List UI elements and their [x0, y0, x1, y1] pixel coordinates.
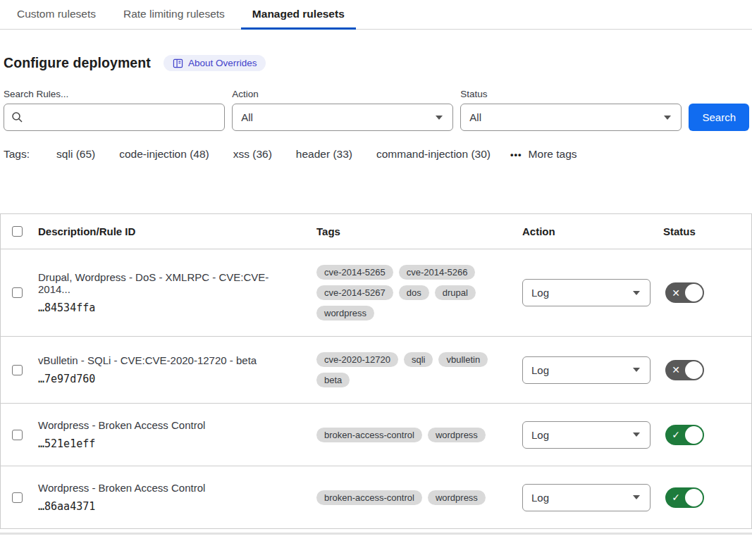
rule-id: …86aa4371	[38, 500, 297, 513]
ruleset-tabs: Custom rulesets Rate limiting rulesets M…	[0, 0, 752, 30]
chevron-down-icon	[633, 368, 640, 372]
row-action-value: Log	[531, 364, 549, 376]
toggle-knob	[685, 284, 703, 301]
rule-description: Wordpress - Broken Access Control	[38, 482, 297, 494]
row-action-value: Log	[531, 287, 549, 299]
ellipsis-icon: •••	[510, 149, 522, 160]
filters-row: Search Rules... Action All Status All Se…	[4, 89, 749, 131]
status-filter-select[interactable]: All	[460, 104, 682, 131]
row-action-select[interactable]: Log	[522, 484, 651, 511]
rule-description: Drupal, Wordpress - DoS - XMLRPC - CVE:C…	[38, 271, 297, 295]
tag-pill: cve-2014-5267	[316, 285, 393, 300]
tag-pill: wordpress	[428, 428, 486, 442]
clipped-next-row-edge	[0, 533, 752, 535]
tag-pill: dos	[399, 285, 429, 300]
search-field: Search Rules...	[4, 89, 225, 131]
tags-bar-label: Tags:	[4, 148, 30, 161]
tag-link-code-injection[interactable]: code-injection (48)	[119, 148, 209, 161]
row-action-select[interactable]: Log	[522, 356, 651, 384]
tag-pill: broken-access-control	[316, 490, 422, 505]
tab-managed-rulesets[interactable]: Managed rulesets	[241, 0, 356, 30]
status-filter-value: All	[469, 111, 481, 123]
search-button[interactable]: Search	[689, 104, 749, 131]
more-tags-label: More tags	[529, 148, 577, 161]
rule-description: Wordpress - Broken Access Control	[38, 419, 297, 431]
action-filter-select[interactable]: All	[232, 104, 453, 131]
chevron-down-icon	[664, 116, 671, 120]
column-header-description: Description/Rule ID	[35, 214, 311, 249]
rule-status-toggle[interactable]: ✓ ✕	[665, 360, 704, 380]
row-action-select[interactable]: Log	[522, 279, 651, 306]
status-filter-field: Status All	[460, 89, 682, 131]
rule-tags: cve-2020-12720 sqli vbulletin beta	[311, 352, 517, 387]
managed-rules-table: Description/Rule ID Tags Action Status D…	[0, 213, 752, 529]
tag-pill: vbulletin	[438, 352, 488, 367]
action-filter-field: Action All	[232, 89, 453, 131]
rule-status-toggle[interactable]: ✓ ✕	[665, 282, 704, 303]
rule-id: …7e97d760	[38, 373, 297, 385]
table-header-row: Description/Rule ID Tags Action Status	[1, 214, 751, 249]
tab-custom-rulesets[interactable]: Custom rulesets	[6, 0, 107, 30]
action-filter-label: Action	[232, 89, 453, 99]
row-action-value: Log	[531, 492, 549, 504]
action-filter-value: All	[241, 111, 253, 123]
book-icon	[173, 58, 183, 68]
tag-link-xss[interactable]: xss (36)	[233, 148, 272, 161]
toggle-knob	[685, 426, 703, 444]
more-tags-button[interactable]: ••• More tags	[510, 148, 577, 161]
check-icon: ✓	[667, 492, 685, 502]
chevron-down-icon	[633, 433, 640, 437]
tag-pill: beta	[316, 373, 350, 387]
row-action-select[interactable]: Log	[522, 421, 651, 449]
row-action-value: Log	[531, 429, 549, 441]
column-header-action: Action	[517, 214, 658, 249]
rule-tags: broken-access-control wordpress	[311, 428, 517, 442]
table-row: Wordpress - Broken Access Control …86aa4…	[1, 466, 751, 528]
cross-icon: ✕	[667, 365, 685, 375]
about-overrides-badge[interactable]: About Overrides	[164, 55, 266, 71]
about-overrides-label: About Overrides	[188, 58, 257, 68]
check-icon: ✓	[667, 430, 685, 440]
chevron-down-icon	[633, 495, 640, 499]
rule-status-toggle[interactable]: ✓ ✕	[665, 487, 704, 508]
tag-link-sqli[interactable]: sqli (65)	[56, 148, 95, 161]
toggle-knob	[685, 489, 703, 506]
tag-link-header[interactable]: header (33)	[296, 148, 352, 161]
tag-pill: drupal	[435, 285, 476, 300]
tag-link-command-injection[interactable]: command-injection (30)	[376, 148, 491, 161]
rule-id: …84534ffa	[38, 301, 297, 314]
tag-pill: wordpress	[316, 306, 374, 321]
status-filter-label: Status	[460, 89, 682, 99]
row-checkbox[interactable]	[12, 430, 23, 440]
column-header-status: Status	[658, 214, 751, 249]
rule-description: vBulletin - SQLi - CVE:CVE-2020-12720 - …	[38, 354, 297, 366]
search-input[interactable]	[4, 104, 225, 131]
tag-pill: wordpress	[428, 490, 486, 505]
chevron-down-icon	[436, 116, 443, 120]
tag-pill: cve-2014-5266	[399, 265, 476, 280]
chevron-down-icon	[633, 291, 640, 295]
table-row: Drupal, Wordpress - DoS - XMLRPC - CVE:C…	[1, 249, 751, 337]
tag-pill: sqli	[404, 352, 433, 367]
table-row: Wordpress - Broken Access Control …521e1…	[1, 404, 751, 466]
column-header-tags: Tags	[311, 214, 517, 249]
select-all-checkbox[interactable]	[12, 226, 23, 237]
row-checkbox[interactable]	[12, 365, 23, 375]
toggle-knob	[685, 361, 703, 379]
row-checkbox[interactable]	[12, 287, 23, 298]
page-title: Configure deployment	[4, 55, 151, 71]
row-checkbox[interactable]	[12, 492, 23, 503]
table-row: vBulletin - SQLi - CVE:CVE-2020-12720 - …	[1, 337, 751, 404]
cross-icon: ✕	[667, 288, 685, 298]
tags-bar: Tags: sqli (65) code-injection (48) xss …	[4, 148, 752, 161]
rule-tags: cve-2014-5265 cve-2014-5266 cve-2014-526…	[311, 265, 517, 321]
rule-status-toggle[interactable]: ✓ ✕	[665, 425, 704, 445]
tag-pill: cve-2020-12720	[316, 352, 398, 367]
tab-rate-limiting-rulesets[interactable]: Rate limiting rulesets	[112, 0, 236, 30]
tag-pill: broken-access-control	[316, 428, 422, 442]
heading-row: Configure deployment About Overrides	[4, 55, 752, 71]
search-rules-label: Search Rules...	[4, 89, 225, 99]
rule-tags: broken-access-control wordpress	[311, 490, 517, 505]
rule-id: …521e1eff	[38, 437, 297, 450]
tag-pill: cve-2014-5265	[316, 265, 393, 280]
